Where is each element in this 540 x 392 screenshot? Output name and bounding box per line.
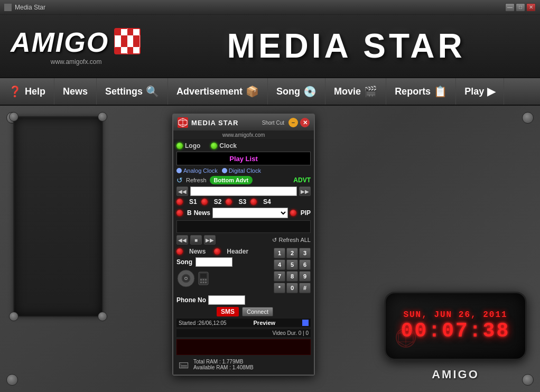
num-8[interactable]: 8 bbox=[286, 271, 298, 282]
svg-rect-5 bbox=[115, 29, 121, 35]
digital-clock: SUN, JUN 26, 2011 00:07:38 bbox=[384, 292, 527, 360]
s2-led bbox=[201, 199, 208, 205]
website-label: www.amigofx.com bbox=[51, 58, 102, 66]
s1-led bbox=[176, 199, 183, 205]
news-label: News bbox=[194, 209, 210, 217]
nav-song-label: Song bbox=[276, 86, 300, 97]
screw-tr bbox=[522, 112, 534, 124]
display-screw-tl bbox=[9, 112, 18, 122]
b-led bbox=[176, 210, 183, 216]
svg-rect-33 bbox=[205, 282, 207, 283]
nav-help[interactable]: ❓ Help bbox=[0, 78, 54, 105]
video-dur-text: Video Dur. 0 | 0 bbox=[179, 330, 309, 336]
media-controls-row: ◀◀ ▶▶ bbox=[176, 186, 311, 196]
sms-button[interactable]: SMS bbox=[217, 307, 239, 316]
num-5[interactable]: 5 bbox=[286, 259, 298, 270]
num-9[interactable]: 9 bbox=[299, 271, 311, 282]
pb-rewind-button[interactable]: ◀◀ bbox=[176, 235, 188, 245]
news-header-row: News Header bbox=[176, 248, 269, 255]
analog-clock-radio[interactable] bbox=[176, 168, 182, 173]
s1-label: S1 bbox=[189, 198, 197, 206]
screw-br bbox=[522, 374, 534, 386]
refresh-all-button[interactable]: ↺ Refresh ALL bbox=[272, 237, 311, 244]
num-6[interactable]: 6 bbox=[299, 259, 311, 270]
svg-rect-29 bbox=[203, 279, 204, 281]
nav-news[interactable]: News bbox=[54, 78, 97, 105]
navbar: ❓ Help News Settings 🔍 Advertisement 📦 S… bbox=[0, 78, 540, 106]
s-buttons-row: S1 S2 S3 S4 bbox=[176, 198, 311, 206]
refresh-label: Refresh bbox=[186, 177, 207, 183]
next-button[interactable]: ▶▶ bbox=[299, 186, 311, 196]
pb-stop-button[interactable]: ■ bbox=[190, 235, 202, 245]
nav-song[interactable]: Song 💿 bbox=[268, 78, 325, 105]
svg-rect-16 bbox=[133, 47, 139, 53]
nav-movie-label: Movie bbox=[334, 86, 361, 97]
num-2[interactable]: 2 bbox=[286, 248, 298, 258]
mini-subtitle: www.amigofx.com bbox=[173, 131, 314, 139]
digital-clock-radio[interactable] bbox=[222, 168, 227, 173]
pb-play-button[interactable]: ▶▶ bbox=[204, 235, 216, 245]
maximize-button[interactable]: □ bbox=[516, 3, 525, 12]
nav-reports-label: Reports bbox=[395, 86, 431, 97]
mini-close-button[interactable]: ✕ bbox=[300, 118, 310, 127]
news2-label: News bbox=[189, 248, 206, 255]
nav-reports[interactable]: Reports 📋 bbox=[386, 78, 456, 105]
minimize-button[interactable]: — bbox=[505, 3, 515, 12]
svg-rect-12 bbox=[133, 35, 139, 47]
mini-title-left: MEDIA STAR bbox=[178, 117, 238, 128]
settings-icon: 🔍 bbox=[146, 85, 159, 98]
display-screw-tr bbox=[98, 112, 107, 122]
prev-button[interactable]: ◀◀ bbox=[176, 186, 188, 196]
app-title: MEDIA STAR bbox=[163, 26, 529, 66]
clock-led bbox=[211, 143, 217, 149]
video-dur-bar: Video Dur. 0 | 0 bbox=[176, 329, 311, 337]
num-4[interactable]: 4 bbox=[274, 259, 285, 270]
clock-date: SUN, JUN 26, 2011 bbox=[403, 310, 507, 320]
nav-settings[interactable]: Settings 🔍 bbox=[97, 78, 168, 105]
nav-advertisement[interactable]: Advertisement 📦 bbox=[168, 78, 268, 105]
logo-led bbox=[176, 143, 183, 149]
mini-titlebar: MEDIA STAR Short Cut − ✕ bbox=[173, 115, 314, 131]
digital-clock-option[interactable]: Digital Clock bbox=[222, 167, 261, 174]
svg-rect-27 bbox=[200, 274, 207, 278]
refresh-advt-row: ↺ Refresh Bottom Advt ADVT bbox=[176, 176, 311, 184]
svg-rect-11 bbox=[127, 35, 133, 47]
header: AMIGO bbox=[0, 15, 540, 78]
clock-logo-icon bbox=[395, 327, 416, 348]
bottom-advt-button[interactable]: Bottom Advt bbox=[210, 176, 253, 184]
num-hash[interactable]: # bbox=[299, 283, 311, 293]
num-3[interactable]: 3 bbox=[299, 248, 311, 258]
news-select[interactable] bbox=[212, 208, 288, 218]
center-panel: MEDIA STAR Short Cut − ✕ www.amigofx.com… bbox=[116, 106, 371, 392]
movie-icon: 🎬 bbox=[364, 85, 377, 98]
media-text-input[interactable] bbox=[190, 186, 297, 196]
playlist-label: Play List bbox=[229, 155, 257, 163]
dark-screen bbox=[176, 339, 311, 355]
display-screw-br bbox=[98, 312, 107, 321]
num-0[interactable]: 0 bbox=[286, 283, 298, 293]
num-star[interactable]: * bbox=[274, 283, 285, 293]
phone-input[interactable] bbox=[208, 295, 245, 305]
cd-icon-row bbox=[176, 269, 269, 288]
close-button[interactable]: ✕ bbox=[526, 3, 536, 12]
app-icon bbox=[4, 4, 12, 11]
help-icon: ❓ bbox=[8, 85, 22, 98]
nav-news-label: News bbox=[63, 86, 88, 97]
nav-movie[interactable]: Movie 🎬 bbox=[325, 78, 386, 105]
logo-area: AMIGO bbox=[11, 26, 142, 66]
window-controls: — □ ✕ bbox=[505, 3, 536, 12]
mini-minimize-button[interactable]: − bbox=[288, 118, 298, 127]
song-input[interactable] bbox=[195, 257, 232, 267]
num-7[interactable]: 7 bbox=[274, 271, 285, 282]
nav-play[interactable]: Play ▶ bbox=[456, 78, 504, 105]
analog-clock-option[interactable]: Analog Clock bbox=[176, 167, 218, 174]
started-text: Started :26/06,12:05 bbox=[179, 320, 227, 326]
nav-advertisement-label: Advertisement bbox=[176, 86, 243, 97]
available-ram-label: Available RAM : 1.408MB bbox=[193, 365, 254, 370]
pip-led bbox=[290, 210, 296, 216]
connect-button[interactable]: Connect bbox=[242, 307, 273, 316]
b-news-pip-row: B News PIP bbox=[176, 208, 311, 218]
num-1[interactable]: 1 bbox=[274, 248, 285, 258]
news2-led bbox=[176, 248, 183, 255]
svg-rect-7 bbox=[127, 29, 133, 35]
